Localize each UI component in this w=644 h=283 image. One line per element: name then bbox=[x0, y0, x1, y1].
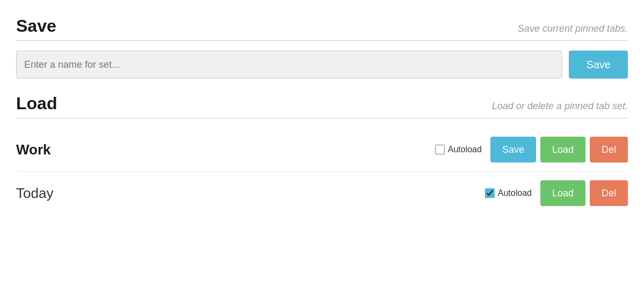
save-divider bbox=[16, 40, 628, 41]
load-section-header: Load Load or delete a pinned tab set. bbox=[16, 94, 628, 114]
load-row-button-today[interactable]: Load bbox=[540, 180, 585, 206]
autoload-label-today: Autoload bbox=[498, 188, 532, 198]
load-row-button-work[interactable]: Load bbox=[540, 137, 585, 162]
tab-name-work: Work bbox=[16, 142, 435, 158]
save-section-header: Save Save current pinned tabs. bbox=[16, 16, 628, 36]
save-row-button-work[interactable]: Save bbox=[490, 137, 536, 162]
del-row-button-today[interactable]: Del bbox=[590, 180, 628, 206]
save-button[interactable]: Save bbox=[569, 51, 628, 79]
set-name-input[interactable] bbox=[16, 51, 562, 79]
del-row-button-work[interactable]: Del bbox=[590, 137, 628, 162]
save-description: Save current pinned tabs. bbox=[518, 23, 628, 34]
tab-row-today: Today Autoload Load Del bbox=[16, 172, 628, 215]
load-description: Load or delete a pinned tab set. bbox=[492, 101, 628, 112]
autoload-label-work: Autoload bbox=[448, 145, 482, 154]
autoload-group-work: Autoload bbox=[435, 145, 482, 154]
tab-row-work: Work Autoload Save Load Del bbox=[16, 128, 628, 172]
save-input-row: Save bbox=[16, 51, 628, 79]
load-section: Load Load or delete a pinned tab set. Wo… bbox=[16, 94, 628, 215]
autoload-checkbox-today[interactable] bbox=[485, 188, 495, 198]
save-section: Save Save current pinned tabs. Save bbox=[16, 16, 628, 79]
tab-name-today: Today bbox=[16, 185, 485, 202]
load-divider bbox=[16, 118, 628, 118]
autoload-group-today: Autoload bbox=[485, 188, 532, 198]
save-title: Save bbox=[16, 16, 56, 36]
autoload-checkbox-work[interactable] bbox=[435, 145, 445, 154]
load-title: Load bbox=[16, 94, 57, 114]
